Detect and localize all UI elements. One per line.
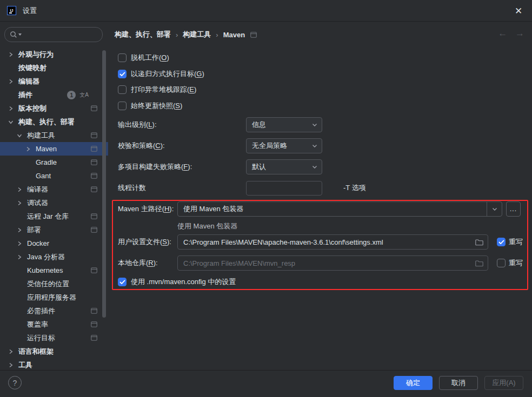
search-input[interactable] [24,31,94,39]
sidebar-item[interactable]: Kubernetes [0,264,108,277]
local-repo-input[interactable]: C:\Program Files\MAVEN\mvn_resp [177,255,488,271]
apply-button[interactable]: 应用(A) [484,376,523,390]
chevron-right-icon[interactable] [6,52,15,57]
close-icon[interactable]: ✕ [511,4,526,18]
chevron-right-icon[interactable] [15,187,24,192]
chevron-right-icon[interactable] [6,362,15,368]
sidebar-item-label: 调试器 [27,198,48,208]
recursive-goals-checkbox[interactable] [118,70,127,78]
sidebar-item[interactable]: 编译器 [0,183,108,196]
search-box[interactable] [4,27,103,42]
back-icon[interactable]: ← [498,28,507,38]
folder-icon[interactable] [475,239,483,246]
sidebar-item-label: 运行目标 [27,333,55,343]
offline-work-label: 脱机工作(O) [131,53,169,63]
sidebar-item[interactable]: Maven [0,142,108,156]
breadcrumb: 构建、执行、部署 › 构建工具 › Maven [115,29,257,40]
override-label: 重写 [509,237,523,247]
browse-more-button[interactable]: ... [506,201,521,217]
mvn-config-checkbox[interactable] [118,278,127,286]
sidebar-item-label: 应用程序服务器 [27,293,76,302]
titlebar: IJ 设置 [0,0,532,22]
sidebar-item[interactable]: 按键映射 [0,61,108,75]
sidebar-item[interactable]: 语言和框架 [0,345,108,358]
monitor-icon [250,32,257,38]
sidebar-item[interactable]: 覆盖率 [0,318,108,331]
sidebar-item[interactable]: 远程 Jar 仓库 [0,210,108,223]
monitor-icon [91,146,97,152]
maven-home-helper-text: 使用 Maven 包装器 [177,221,237,231]
sidebar-item-label: 编译器 [27,185,48,194]
window-title: 设置 [23,6,37,16]
chevron-down-icon[interactable] [6,120,15,124]
chevron-right-icon[interactable] [15,241,24,246]
sidebar-item[interactable]: Gradle [0,156,108,169]
help-icon[interactable]: ? [8,376,22,389]
chevron-down-icon [492,207,497,211]
multiproject-fail-policy-select[interactable]: 默认 [246,159,322,174]
print-stacktrace-checkbox[interactable] [118,85,127,94]
sidebar-item-label: 工具 [18,360,32,370]
chevron-right-icon[interactable] [24,146,32,152]
cancel-button[interactable]: 取消 [439,376,478,390]
mvn-config-row: 使用 .mvn/maven.config 中的设置 [118,277,236,287]
sidebar-item[interactable]: 版本控制 [0,102,108,115]
chevron-right-icon[interactable] [6,106,15,111]
sidebar-item[interactable]: 构建、执行、部署 [0,115,108,129]
sidebar-item[interactable]: 必需插件 [0,304,108,318]
tree-scrollbar[interactable] [102,50,106,318]
monitor-icon [91,308,97,314]
monitor-icon [91,335,97,341]
sidebar-item-label: Gant [36,172,51,180]
intellij-logo-icon: IJ [7,6,16,15]
folder-icon[interactable] [475,260,483,267]
sidebar-item[interactable]: 调试器 [0,196,108,210]
sidebar-item[interactable]: Gant [0,169,108,183]
chevron-down-icon [312,144,317,148]
sidebar-item-label: 按键映射 [18,63,46,73]
user-settings-input[interactable]: C:\Program Files\MAVEN\apache-maven-3.6.… [177,234,488,250]
monitor-icon [91,173,97,179]
sidebar-item[interactable]: 工具 [0,358,108,370]
chevron-right-icon[interactable] [15,200,24,206]
mvn-config-label: 使用 .mvn/maven.config 中的设置 [131,277,236,287]
offline-work-checkbox[interactable] [118,53,127,62]
sidebar-item[interactable]: 应用程序服务器 [0,291,108,304]
chevron-right-icon[interactable] [6,349,15,354]
chevron-right-icon[interactable] [6,79,15,84]
checksum-policy-select[interactable]: 无全局策略 [246,138,322,153]
breadcrumb-item[interactable]: Maven [223,31,245,39]
sidebar-item[interactable]: 编辑器 [0,75,108,88]
combobox-arrow-button[interactable] [487,202,502,216]
sidebar-item[interactable]: 受信任的位置 [0,277,108,291]
sidebar-item[interactable]: Docker [0,237,108,250]
breadcrumb-item[interactable]: 构建工具 [183,30,211,39]
sidebar-item[interactable]: 外观与行为 [0,48,108,61]
chevron-right-icon[interactable] [15,254,24,260]
forward-icon[interactable]: → [515,28,524,38]
maven-home-combobox[interactable]: 使用 Maven 包装器 [177,201,502,217]
update-snapshots-label: 始终更新快照(S) [131,101,182,111]
chevron-right-icon[interactable] [15,227,24,233]
sidebar-item[interactable]: 部署 [0,223,108,237]
user-settings-row: 用户设置文件(S): C:\Program Files\MAVEN\apache… [118,234,523,250]
chevron-down-icon[interactable] [15,133,24,138]
thread-count-input[interactable] [246,181,322,196]
sidebar-item-label: 部署 [27,225,41,235]
sidebar-item[interactable]: 运行目标 [0,331,108,345]
ok-button[interactable]: 确定 [394,376,433,390]
sidebar-item[interactable]: 构建工具 [0,129,108,142]
override-label: 重写 [509,258,523,268]
search-history-caret-icon[interactable] [18,33,22,36]
update-snapshots-checkbox[interactable] [118,102,127,110]
local-repo-override-checkbox[interactable] [497,259,506,267]
checksum-policy-label: 校验和策略(C): [118,141,246,151]
sidebar-item[interactable]: 插件1文A [0,88,108,102]
recursive-goals-label: 以递归方式执行目标(G) [131,69,204,79]
output-level-select[interactable]: 信息 [246,117,322,132]
breadcrumb-item[interactable]: 构建、执行、部署 [115,30,171,39]
local-repo-row: 本地仓库(R): C:\Program Files\MAVEN\mvn_resp… [118,255,523,271]
history-nav: ← → [493,28,524,39]
sidebar-item[interactable]: Java 分析器 [0,250,108,264]
user-settings-override-checkbox[interactable] [497,238,506,246]
